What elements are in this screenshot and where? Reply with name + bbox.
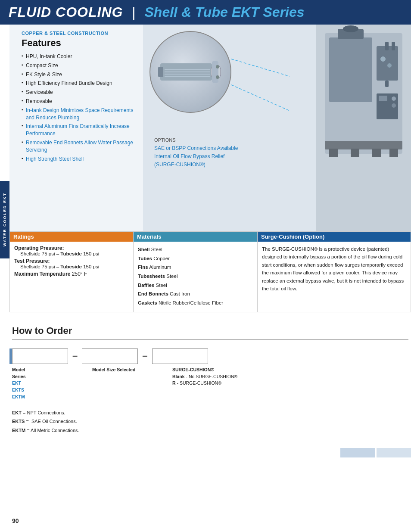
svg-rect-29 [379, 96, 387, 101]
svg-point-31 [392, 103, 396, 108]
how-to-order-section: How to Order – – ModelSerie [9, 312, 411, 435]
accent-box-2 [377, 448, 411, 457]
svg-rect-18 [385, 42, 389, 50]
feature-item: In-tank Design Minimizes Space Requireme… [22, 106, 137, 122]
svg-point-30 [392, 96, 396, 101]
svg-line-11 [231, 59, 290, 76]
order-box-3 [152, 348, 208, 364]
surge-header: Surge-Cushion (Option) [258, 232, 411, 242]
construction-label: COPPER & STEEL CONSTRUCTION [22, 31, 137, 36]
svg-rect-17 [377, 46, 398, 81]
material-item: Baffles Steel [138, 281, 253, 290]
order-label-1-title: ModelSeries [12, 367, 68, 380]
max-temp-label: Maximum Temperature [14, 271, 70, 277]
image-section: OPTIONS SAE or BSPP Connections Availabl… [143, 25, 411, 231]
feature-item: High Efficiency Finned Bundle Design [22, 79, 137, 88]
svg-rect-1 [158, 67, 163, 77]
material-item: Tubesheets Steel [138, 272, 253, 281]
order-labels: ModelSeries EKT EKTS EKTM Model Size Sel… [12, 367, 408, 401]
order-box-1-group [12, 348, 68, 364]
surge-content: The SURGE-CUSHION® is a protective devic… [258, 245, 411, 292]
bottom-accent-row [0, 448, 411, 457]
bottom-panels: Ratings Operating Pressure: Shellside 75… [9, 231, 411, 312]
svg-point-9 [216, 65, 219, 68]
svg-rect-19 [392, 42, 395, 50]
svg-rect-26 [372, 149, 381, 157]
header-fluid-cooling: FLUID COOLING [9, 4, 123, 20]
feature-item: Internal Aluminum Fins Dramatically Incr… [22, 122, 137, 138]
page-header: FLUID COOLING | Shell & Tube EKT Series [0, 0, 411, 25]
order-series-ekt: EKT [12, 380, 68, 387]
options-title: OPTIONS [154, 137, 305, 143]
svg-point-16 [343, 25, 358, 32]
material-item: Fins Aluminum [138, 263, 253, 272]
order-series-ekts: EKTS [12, 387, 68, 394]
surge-text: The SURGE-CUSHION® is a protective devic… [262, 245, 406, 292]
options-line1: SAE or BSPP Connections Available Intern… [154, 144, 305, 169]
dash-2: – [142, 350, 147, 361]
ratings-panel: Ratings Operating Pressure: Shellside 75… [9, 231, 134, 312]
feature-item: EK Style & Size [22, 70, 137, 79]
order-footnotes: EKT = NPT Connections. EKTS = SAE Oil Co… [12, 408, 408, 436]
hpu-svg [316, 25, 411, 162]
svg-rect-25 [351, 149, 359, 157]
svg-line-12 [231, 85, 290, 111]
feature-item: Removable [22, 97, 137, 106]
dash-1: – [72, 350, 78, 361]
side-tab: WATER COOLED EKT [0, 181, 9, 258]
options-bypass: Internal Oil Flow Bypass Relief [154, 153, 224, 159]
feature-item: HPU, In-tank Cooler [22, 52, 137, 61]
page-number: 90 [12, 517, 19, 524]
feature-item: High Strength Steel Shell [22, 155, 137, 164]
ratings-header: Ratings [10, 232, 133, 242]
hpu-image-area [316, 25, 411, 231]
product-circle-image [149, 31, 231, 113]
header-subtitle: Shell & Tube EKT Series [145, 4, 305, 20]
test-pressure-label: Test Pressure: [14, 258, 129, 264]
material-item: Shell Steel [138, 245, 253, 254]
order-box1-accent [9, 348, 12, 364]
order-label-3-blank: Blank - No SURGE-CUSHION® [172, 373, 258, 380]
header-separator: | [128, 4, 139, 20]
svg-point-22 [387, 63, 392, 68]
max-temp-val: 250° F [72, 271, 87, 277]
features-panel: COPPER & STEEL CONSTRUCTION Features HPU… [9, 25, 143, 231]
how-to-order-title: How to Order [12, 325, 408, 340]
svg-rect-14 [329, 37, 372, 102]
svg-point-10 [216, 75, 219, 79]
footnote-ekt: EKT = NPT Connections. [12, 408, 408, 417]
order-label-2-title: Model Size Selected [92, 367, 148, 373]
tp-shellside: Shellside 75 psi – Tubeside 150 psi [14, 264, 129, 269]
image-row: OPTIONS SAE or BSPP Connections Availabl… [143, 25, 411, 231]
center-image-area: OPTIONS SAE or BSPP Connections Availabl… [143, 25, 316, 231]
feature-item: Compact Size [22, 61, 137, 70]
options-section: OPTIONS SAE or BSPP Connections Availabl… [148, 133, 311, 169]
op-tubeside-label: Tubeside [60, 251, 82, 256]
product-svg [156, 50, 225, 93]
accent-box-1 [340, 448, 375, 457]
ratings-content: Operating Pressure: Shellside 75 psi – T… [10, 245, 133, 277]
material-item: End Bonnets Cast Iron [138, 289, 253, 299]
surge-cushion-panel: Surge-Cushion (Option) The SURGE-CUSHION… [258, 231, 411, 312]
material-item: Gaskets Nitrile Rubber/Cellulose Fiber [138, 299, 253, 308]
order-box-2-group [82, 348, 138, 364]
svg-rect-20 [385, 81, 389, 87]
svg-point-21 [380, 56, 386, 62]
max-temp: Maximum Temperature 250° F [14, 271, 129, 277]
features-list: HPU, In-tank Cooler Compact Size EK Styl… [22, 52, 137, 163]
tp-tubeside-label: Tubeside [60, 264, 82, 269]
feature-item: Serviceable [22, 88, 137, 97]
order-diagram: – – [12, 348, 408, 364]
order-series-ektm: EKTM [12, 394, 68, 401]
top-row: COPPER & STEEL CONSTRUCTION Features HPU… [9, 25, 411, 231]
order-label-3: SURGE-CUSHION® Blank - No SURGE-CUSHION®… [172, 367, 258, 387]
footnote-ekts: EKTS = SAE Oil Connections. [12, 417, 408, 426]
svg-rect-24 [329, 149, 338, 157]
order-label-2: Model Size Selected [92, 367, 148, 373]
material-item: Tubes Copper [138, 254, 253, 263]
footnote-ektm: EKTM = All Metric Connections. [12, 426, 408, 435]
order-label-3-title: SURGE-CUSHION® [172, 367, 258, 373]
svg-rect-23 [325, 141, 402, 149]
order-box-3-group [152, 348, 208, 364]
feature-item: Removable End Bonnets Allow Water Passag… [22, 138, 137, 155]
